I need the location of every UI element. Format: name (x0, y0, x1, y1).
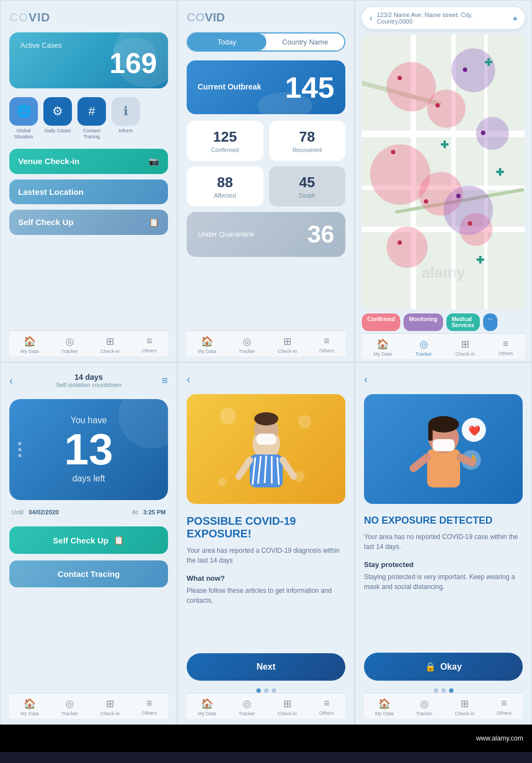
nav-checkin-3[interactable]: ⊞ Check-in (455, 338, 475, 357)
bottom-nav-map: 🏠 My Data ◎ Tracker ⊞ Check-in ≡ Others (362, 333, 525, 359)
progress-indicator (187, 688, 345, 693)
daily-label: Daily Cases (44, 128, 71, 134)
bottom-nav-no-exposure: 🏠 My Data ◎ Tracker ⊞ Check-in ≡ Others (364, 693, 523, 719)
nav-tracker-2[interactable]: ◎ Tracker (239, 335, 255, 354)
tracker-icon-5: ◎ (243, 698, 251, 710)
svg-rect-12 (256, 434, 276, 445)
nav-checkin[interactable]: ⊞ Check-in (100, 335, 120, 354)
nav-checkin-2[interactable]: ⊞ Check-in (277, 335, 297, 354)
svg-text:❤️: ❤️ (468, 425, 481, 437)
svg-point-3 (218, 478, 227, 486)
nav-others-2[interactable]: ≡ Others (320, 335, 334, 354)
tracker-icon: ◎ (65, 335, 74, 347)
map-view[interactable]: ✚ ✚ ✚ ✚ alamy (362, 35, 525, 309)
exposure-title: POSSIBLE COVID-19EXPOSURE! (187, 515, 345, 540)
nav-mydata[interactable]: 🏠 My Data (20, 335, 39, 354)
map-dot-2 (435, 103, 440, 108)
info-item[interactable]: ℹ Inform (111, 97, 140, 140)
daily-cases-item[interactable]: ⚙ Daily Cases (43, 97, 72, 140)
menu-icon-isolation[interactable]: ≡ (161, 374, 168, 387)
svg-line-26 (413, 457, 427, 468)
lock-icon: 🔒 (425, 661, 436, 672)
stay-protected-label: Stay protected (364, 560, 523, 569)
address-text: 123/2 Name Ave. Name street. City, Count… (377, 12, 508, 25)
until-date: 04/02/2020 (29, 509, 59, 515)
confirmed-number: 125 (194, 128, 256, 145)
back-arrow-map[interactable]: ‹ (369, 13, 372, 23)
nav-tracker-3[interactable]: ◎ Tracker (416, 338, 432, 357)
panel-map: ‹ 123/2 Name Ave. Name street. City, Cou… (355, 0, 532, 362)
bottom-nav-home: 🏠 My Data ◎ Tracker ⊞ Check-in ≡ Others (9, 330, 168, 356)
self-checkup-button[interactable]: Self Check Up 📋 (9, 210, 168, 235)
back-button-no-exposure[interactable]: ‹ (364, 373, 523, 385)
isolation-title-days: 14 days (56, 373, 121, 382)
checkin-icon: ⊞ (106, 335, 114, 347)
nav-others-4[interactable]: ≡ Others (142, 698, 157, 716)
back-button-exposure[interactable]: ‹ (187, 373, 345, 385)
panel-no-exposure: ‹ 👌 ❤️ (355, 362, 532, 725)
nav-others-3[interactable]: ≡ Others (499, 338, 513, 357)
venue-checkin-button[interactable]: Venue Check-in 📷 (9, 149, 168, 174)
prog-dot-6-2 (441, 688, 446, 693)
global-situation-item[interactable]: 🌐 GlobalSituation (9, 97, 38, 140)
contact-icon-box[interactable]: # (77, 97, 106, 126)
footer-bar: www.alamy.com (0, 725, 532, 752)
nav-mydata-6[interactable]: 🏠 My Data (375, 698, 394, 716)
confirmed-label: Confirmed (194, 147, 256, 153)
info-label: Inform (119, 128, 133, 134)
nav-mydata-4[interactable]: 🏠 My Data (20, 698, 39, 716)
self-checkup-isolation-button[interactable]: Self Check Up 📋 (9, 526, 168, 554)
until-label: Until 04/02/2020 (12, 509, 59, 515)
contact-tracing-button[interactable]: Contact Tracing (9, 560, 168, 587)
map-circle-monitoring-3 (444, 186, 493, 235)
nav-tracker-5[interactable]: ◎ Tracker (239, 698, 255, 716)
others-icon-6: ≡ (501, 698, 507, 709)
map-dot-6 (424, 199, 428, 204)
nav-tracker[interactable]: ◎ Tracker (61, 335, 78, 354)
svg-rect-20 (428, 424, 433, 441)
nav-mydata-5[interactable]: 🏠 My Data (198, 698, 216, 716)
contact-tracing-item[interactable]: # ContactTracing (77, 97, 106, 140)
nav-checkin-4[interactable]: ⊞ Check-in (100, 698, 120, 716)
map-cross-4: ✚ (440, 139, 449, 151)
nav-mydata-2[interactable]: 🏠 My Data (198, 335, 216, 354)
back-button-isolation[interactable]: ‹ (9, 374, 13, 387)
nav-others-5[interactable]: ≡ Others (320, 698, 334, 716)
home-icon-3: 🏠 (377, 338, 389, 350)
quarantine-label: Under Quarantine (198, 229, 254, 239)
exposure-svg (211, 400, 321, 498)
map-dot-5 (481, 131, 485, 135)
svg-rect-21 (433, 439, 455, 451)
dot-2 (18, 448, 21, 451)
daily-icon-box[interactable]: ⚙ (43, 97, 72, 126)
tab-today[interactable]: Today (188, 33, 266, 51)
dot-3 (18, 454, 21, 457)
nav-mydata-3[interactable]: 🏠 My Data (373, 338, 392, 357)
nav-tracker-6[interactable]: ◎ Tracker (416, 698, 433, 716)
recovered-number: 78 (277, 128, 338, 145)
no-exposure-title: NO EXPOSURE DETECTED (364, 515, 523, 526)
nav-others-6[interactable]: ≡ Others (497, 698, 512, 716)
panel-isolation: ‹ 14 days Self-isolation countdown ≡ You… (0, 362, 177, 725)
you-have-text: You have (20, 416, 157, 425)
affected-number: 88 (194, 174, 256, 191)
countdown-number: 13 (20, 428, 157, 472)
panel-tracker: COVID Today Country Name Current Outbrea… (177, 0, 355, 362)
nav-checkin-5[interactable]: ⊞ Check-in (277, 698, 297, 716)
latest-location-button[interactable]: Lastest Location (9, 179, 168, 204)
bottom-nav-exposure: 🏠 My Data ◎ Tracker ⊞ Check-in ≡ Others (187, 693, 345, 719)
global-icon-box[interactable]: 🌐 (9, 97, 38, 126)
nav-tracker-4[interactable]: ◎ Tracker (61, 698, 78, 716)
nav-others[interactable]: ≡ Others (142, 335, 157, 354)
no-exposure-illustration: 👌 ❤️ (364, 394, 523, 504)
okay-button[interactable]: 🔒 Okay (364, 653, 523, 681)
info-icon-box[interactable]: ℹ (111, 97, 140, 126)
death-number: 45 (277, 174, 338, 191)
next-button[interactable]: Next (187, 653, 345, 681)
bottom-nav-tracker: 🏠 My Data ◎ Tracker ⊞ Check-in ≡ Others (187, 330, 345, 356)
tab-country[interactable]: Country Name (266, 33, 345, 51)
home-icon-6: 🏠 (378, 698, 390, 710)
nav-checkin-6[interactable]: ⊞ Check-in (455, 698, 474, 716)
home-icon-2: 🏠 (201, 335, 213, 347)
map-dot-9 (468, 221, 472, 226)
